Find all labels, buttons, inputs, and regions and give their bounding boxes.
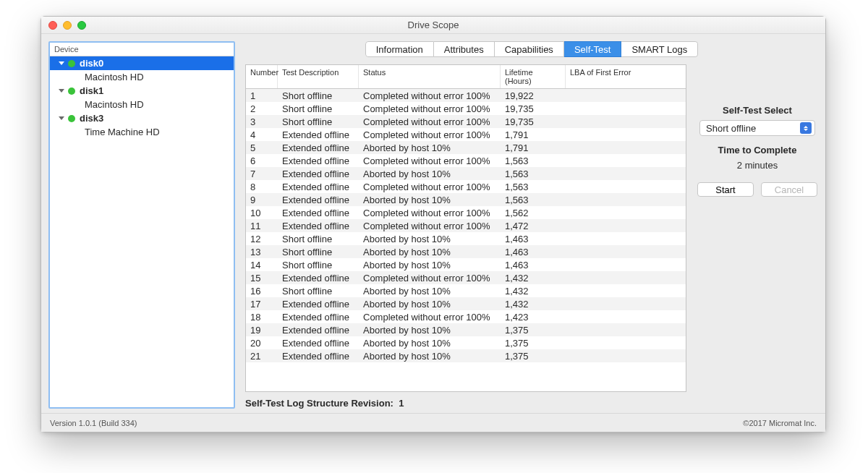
table-row[interactable]: 2Short offlineCompleted without error 10… (246, 102, 686, 115)
table-row[interactable]: 21Extended offlineAborted by host 10%1,3… (246, 349, 686, 362)
window-title: Drive Scope (41, 20, 825, 30)
start-button[interactable]: Start (697, 182, 754, 197)
sidebar-volume[interactable]: Macintosh HD (50, 98, 234, 111)
table-row[interactable]: 4Extended offlineCompleted without error… (246, 128, 686, 141)
device-tree: disk0Macintosh HDdisk1Macintosh HDdisk3T… (50, 56, 234, 407)
table-row[interactable]: 3Short offlineCompleted without error 10… (246, 115, 686, 128)
cancel-button[interactable]: Cancel (761, 182, 817, 197)
chevron-updown-icon (800, 122, 812, 134)
selftest-select-label: Self-Test Select (723, 105, 792, 116)
table-row[interactable]: 13Short offlineAborted by host 10%1,463 (246, 245, 686, 258)
tab-attributes[interactable]: Attributes (434, 41, 495, 57)
close-window-button[interactable] (48, 21, 57, 30)
table-row[interactable]: 12Short offlineAborted by host 10%1,463 (246, 232, 686, 245)
tab-smart-logs[interactable]: SMART Logs (621, 41, 698, 57)
table-row[interactable]: 18Extended offlineCompleted without erro… (246, 310, 686, 323)
table-row[interactable]: 9Extended offlineAborted by host 10%1,56… (246, 193, 686, 206)
disclosure-triangle-icon (59, 61, 64, 65)
footer: Version 1.0.1 (Build 334) ©2017 Micromat… (41, 413, 825, 432)
table-row[interactable]: 15Extended offlineCompleted without erro… (246, 271, 686, 284)
selftest-select-value: Short offline (706, 123, 756, 134)
col-lba[interactable]: LBA of First Error (566, 65, 686, 88)
status-dot-icon (68, 115, 75, 122)
status-dot-icon (68, 88, 75, 95)
titlebar: Drive Scope (41, 17, 825, 34)
status-dot-icon (68, 60, 75, 67)
table-row[interactable]: 20Extended offlineAborted by host 10%1,3… (246, 336, 686, 349)
col-lifetime[interactable]: Lifetime (Hours) (501, 65, 566, 88)
copyright-label: ©2017 Micromat Inc. (743, 419, 817, 427)
table-row[interactable]: 6Extended offlineCompleted without error… (246, 154, 686, 167)
table-row[interactable]: 14Short offlineAborted by host 10%1,463 (246, 258, 686, 271)
device-sidebar: Device disk0Macintosh HDdisk1Macintosh H… (48, 41, 235, 409)
sidebar-header: Device (50, 43, 234, 56)
tab-capabilities[interactable]: Capabilities (495, 41, 564, 57)
table-row[interactable]: 16Short offlineAborted by host 10%1,432 (246, 284, 686, 297)
table-row[interactable]: 19Extended offlineAborted by host 10%1,3… (246, 323, 686, 336)
selftest-select[interactable]: Short offline (699, 120, 815, 136)
sidebar-disk-disk0[interactable]: disk0 (50, 56, 234, 70)
selftest-table: Number Test Description Status Lifetime … (245, 64, 686, 392)
table-row[interactable]: 7Extended offlineAborted by host 10%1,56… (246, 167, 686, 180)
col-number[interactable]: Number (246, 65, 278, 88)
tab-bar: InformationAttributesCapabilitiesSelf-Te… (245, 41, 818, 57)
version-label: Version 1.0.1 (Build 334) (50, 419, 137, 427)
disclosure-triangle-icon (59, 89, 64, 93)
col-description[interactable]: Test Description (278, 65, 359, 88)
col-status[interactable]: Status (359, 65, 501, 88)
sidebar-volume[interactable]: Time Machine HD (50, 125, 234, 139)
table-row[interactable]: 5Extended offlineAborted by host 10%1,79… (246, 141, 686, 154)
minimize-window-button[interactable] (63, 21, 72, 30)
log-revision: Self-Test Log Structure Revision: 1 (245, 398, 686, 409)
table-row[interactable]: 11Extended offlineCompleted without erro… (246, 219, 686, 232)
table-row[interactable]: 8Extended offlineCompleted without error… (246, 180, 686, 193)
disclosure-triangle-icon (59, 116, 64, 120)
tab-self-test[interactable]: Self-Test (564, 41, 622, 57)
sidebar-volume[interactable]: Macintosh HD (50, 70, 234, 84)
sidebar-disk-disk3[interactable]: disk3 (50, 111, 234, 125)
sidebar-disk-disk1[interactable]: disk1 (50, 84, 234, 98)
table-row[interactable]: 1Short offlineCompleted without error 10… (246, 89, 686, 102)
time-to-complete-label: Time to Complete (718, 145, 797, 155)
tab-information[interactable]: Information (365, 41, 434, 57)
zoom-window-button[interactable] (77, 21, 86, 30)
table-row[interactable]: 17Extended offlineAborted by host 10%1,4… (246, 297, 686, 310)
time-to-complete-value: 2 minutes (737, 160, 778, 171)
table-row[interactable]: 10Extended offlineCompleted without erro… (246, 206, 686, 219)
app-window: Drive Scope Device disk0Macintosh HDdisk… (41, 16, 826, 432)
